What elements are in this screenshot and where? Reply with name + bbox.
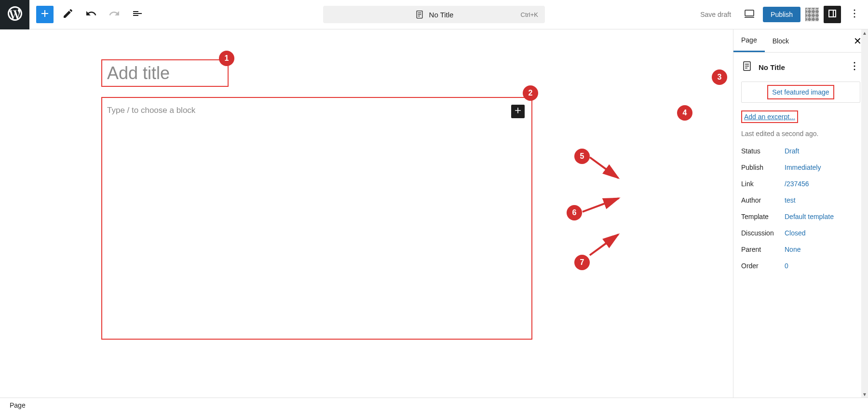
save-draft-button[interactable]: Save draft — [695, 8, 736, 21]
sidebar-doc-title: No Title — [759, 63, 785, 71]
document-title-bar[interactable]: No Title Ctrl+K — [323, 6, 545, 23]
title-input-wrapper[interactable]: Add title — [101, 59, 229, 87]
add-block-button[interactable] — [36, 6, 54, 23]
annotation-arrow-7 — [588, 232, 622, 257]
tab-page[interactable]: Page — [733, 29, 765, 52]
wordpress-logo-button[interactable] — [0, 0, 29, 29]
meta-value-discussion[interactable]: Closed — [785, 229, 860, 237]
meta-label-link: Link — [741, 180, 785, 188]
svg-point-16 — [854, 62, 855, 64]
close-icon: ✕ — [854, 35, 862, 47]
tab-block[interactable]: Block — [765, 29, 797, 52]
meta-label-publish: Publish — [741, 164, 785, 171]
document-overview-button[interactable] — [129, 6, 146, 23]
meta-label-status: Status — [741, 147, 785, 155]
meta-table: Status Draft Publish Immediately Link /2… — [741, 147, 860, 270]
meta-label-author: Author — [741, 196, 785, 204]
svg-line-9 — [590, 157, 618, 178]
device-icon — [744, 8, 755, 21]
meta-label-discussion: Discussion — [741, 229, 785, 237]
svg-point-6 — [854, 10, 855, 11]
annotation-1: 1 — [219, 51, 234, 66]
last-edited-text: Last edited a second ago. — [741, 130, 860, 137]
plus-icon — [513, 106, 523, 117]
annotation-5: 5 — [574, 149, 590, 164]
meta-label-order: Order — [741, 262, 785, 270]
meta-value-parent[interactable]: None — [785, 246, 860, 253]
more-options-button[interactable] — [846, 6, 863, 23]
doc-title-more-button[interactable] — [849, 60, 860, 74]
view-button[interactable] — [741, 6, 758, 23]
sidebar-icon — [827, 8, 838, 21]
svg-line-11 — [590, 234, 618, 255]
featured-image-box[interactable]: Set featured image — [741, 82, 860, 103]
svg-point-7 — [854, 13, 855, 14]
svg-point-17 — [854, 66, 855, 67]
meta-label-template: Template — [741, 213, 785, 220]
document-icon — [415, 10, 424, 19]
meta-value-author[interactable]: test — [785, 196, 860, 204]
plus-icon — [39, 8, 51, 21]
app-root: No Title Ctrl+K Save draft Publish Add t… — [0, 0, 868, 412]
kebab-icon — [849, 8, 860, 21]
meta-value-status[interactable]: Draft — [785, 147, 860, 155]
content-placeholder: Type / to choose a block — [107, 106, 195, 115]
set-featured-image-link[interactable]: Set featured image — [772, 88, 829, 96]
undo-button[interactable] — [82, 6, 100, 23]
annotation-2: 2 — [523, 85, 538, 101]
avatar[interactable] — [805, 8, 819, 21]
tools-button[interactable] — [59, 6, 77, 23]
add-excerpt-link[interactable]: Add an excerpt... — [744, 113, 795, 121]
excerpt-row: Add an excerpt... — [741, 110, 860, 123]
annotation-7: 7 — [574, 255, 590, 270]
meta-value-order[interactable]: 0 — [785, 262, 860, 270]
redo-icon — [108, 8, 120, 21]
annotation-4: 4 — [677, 105, 692, 121]
annotation-3: 3 — [712, 69, 727, 85]
scroll-down-icon: ▼ — [861, 391, 868, 398]
pencil-icon — [62, 8, 74, 21]
editor-canvas: Add title Type / to choose a block 1 2 5… — [0, 29, 733, 398]
content-block-wrapper[interactable]: Type / to choose a block — [101, 97, 532, 340]
toolbar-left-group — [29, 6, 146, 23]
kebab-icon — [849, 65, 860, 73]
meta-value-publish[interactable]: Immediately — [785, 164, 860, 171]
svg-rect-4 — [745, 10, 754, 16]
toolbar-right-group: Save draft Publish — [695, 6, 868, 23]
body-area: Add title Type / to choose a block 1 2 5… — [0, 29, 868, 398]
meta-label-parent: Parent — [741, 246, 785, 253]
document-title-text: No Title — [429, 11, 454, 19]
scroll-up-icon: ▲ — [861, 29, 868, 36]
meta-value-template[interactable]: Default template — [785, 213, 860, 220]
sidebar-doc-title-row: No Title — [741, 60, 860, 74]
scrollbar[interactable]: ▲ ▼ — [861, 29, 868, 398]
wordpress-icon — [6, 5, 24, 24]
svg-point-8 — [854, 16, 855, 18]
title-placeholder: Add title — [107, 63, 170, 83]
breadcrumb[interactable]: Page — [10, 401, 26, 409]
sidebar-tabs: Page Block ✕ — [733, 29, 868, 53]
list-icon — [132, 8, 143, 21]
redo-button[interactable] — [106, 6, 123, 23]
settings-toggle-button[interactable] — [824, 6, 841, 23]
svg-line-10 — [583, 198, 619, 212]
breadcrumb-bar: Page — [0, 398, 868, 412]
add-block-inline-button[interactable] — [511, 105, 525, 118]
undo-icon — [85, 8, 97, 21]
svg-point-18 — [854, 69, 855, 70]
shortcut-hint: Ctrl+K — [521, 11, 538, 18]
top-toolbar: No Title Ctrl+K Save draft Publish — [0, 0, 868, 29]
annotation-arrow-5 — [588, 155, 622, 181]
publish-button[interactable]: Publish — [763, 7, 800, 22]
sidebar-body: No Title Set featured image Add an excer… — [733, 53, 868, 277]
annotation-6: 6 — [567, 205, 582, 220]
meta-value-link[interactable]: /237456 — [785, 180, 860, 188]
document-icon — [741, 60, 753, 74]
settings-sidebar: Page Block ✕ No Title — [733, 29, 868, 398]
annotation-arrow-6 — [581, 196, 622, 215]
